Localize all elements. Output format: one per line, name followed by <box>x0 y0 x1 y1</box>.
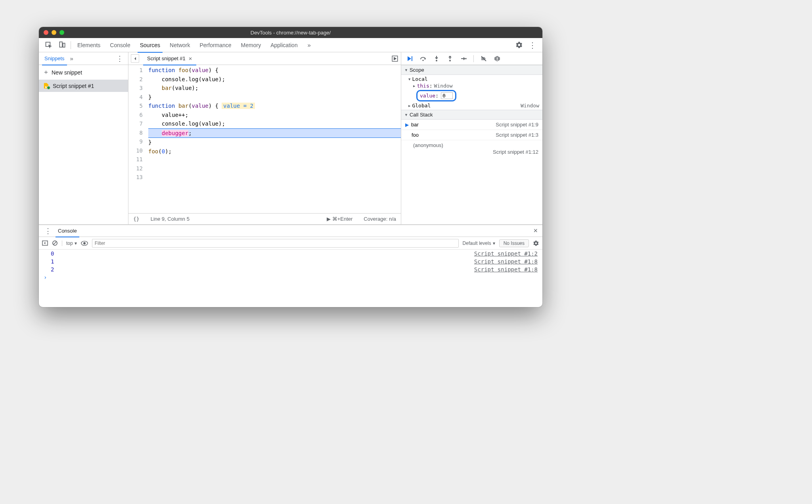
context-selector[interactable]: top▾ <box>62 241 77 246</box>
svg-rect-10 <box>497 60 498 61</box>
line-gutter: 12345678910111213 <box>128 65 146 213</box>
editor-nav-back-icon[interactable] <box>131 54 139 63</box>
log-row: 1Script snippet #1:8 <box>39 258 542 265</box>
call-stack-anon-loc: Script snippet #1:12 <box>401 149 542 157</box>
inspect-element-icon[interactable] <box>44 40 54 50</box>
step-over-icon[interactable] <box>419 55 427 62</box>
navigator-kebab-icon[interactable]: ⋮ <box>114 54 126 63</box>
editor-statusbar: {} Line 9, Column 5 ▶ ⌘+Enter Coverage: … <box>128 213 401 224</box>
new-snippet-button[interactable]: ＋ New snippet <box>39 65 128 80</box>
svg-rect-1 <box>59 42 62 47</box>
scope-section-header[interactable]: ▼ Scope <box>401 65 542 75</box>
navigator-more-icon[interactable]: » <box>70 55 73 62</box>
scope-value-edit[interactable]: value: <box>416 90 456 101</box>
svg-rect-2 <box>63 43 65 47</box>
editor-panel: Script snippet #1 × 12345678910111213 fu… <box>128 52 401 224</box>
drawer-kebab-icon[interactable]: ⋮ <box>42 227 54 235</box>
svg-rect-9 <box>497 57 498 59</box>
step-into-icon[interactable] <box>433 55 440 62</box>
scope-local-header[interactable]: ▼Local <box>401 76 542 82</box>
log-level-selector[interactable]: Default levels▾ <box>463 241 495 246</box>
close-file-icon[interactable]: × <box>189 52 192 65</box>
call-stack-frame-anon[interactable]: (anonymous) <box>401 140 542 149</box>
deactivate-breakpoints-icon[interactable] <box>480 55 487 62</box>
svg-point-8 <box>465 58 467 59</box>
svg-point-7 <box>449 60 451 61</box>
console-settings-icon[interactable] <box>533 240 539 246</box>
tab-console[interactable]: Console <box>105 38 135 52</box>
svg-point-14 <box>83 242 86 244</box>
pretty-print-icon[interactable]: {} <box>133 216 140 222</box>
console-filter-input[interactable] <box>92 239 459 248</box>
console-prompt[interactable]: › <box>39 273 542 281</box>
cursor-position: Line 9, Column 5 <box>151 216 190 222</box>
traffic-lights <box>44 30 64 35</box>
inline-value-hint: value = 2 <box>222 103 255 109</box>
live-expression-icon[interactable] <box>81 241 88 246</box>
triangle-right-icon: ▶ <box>413 84 415 88</box>
main-tabs: Elements Console Sources Network Perform… <box>39 38 542 52</box>
run-snippet-icon[interactable] <box>391 55 398 62</box>
titlebar: DevTools - chrome://new-tab-page/ <box>39 27 542 38</box>
chevron-down-icon: ▾ <box>75 241 77 246</box>
maximize-window-icon[interactable] <box>59 30 64 35</box>
log-row: 2Script snippet #1:8 <box>39 265 542 273</box>
navigator-panel: Snippets » ⋮ ＋ New snippet Script snippe… <box>39 52 128 224</box>
tab-elements[interactable]: Elements <box>73 38 105 52</box>
snippet-item[interactable]: Script snippet #1 <box>39 80 128 92</box>
close-window-icon[interactable] <box>44 30 48 35</box>
tab-network[interactable]: Network <box>165 38 195 52</box>
scope-this-row[interactable]: ▶this: Window <box>401 82 542 89</box>
call-stack-frame[interactable]: ▶ bar Script snippet #1:9 <box>401 120 542 130</box>
svg-rect-4 <box>412 56 412 61</box>
triangle-down-icon: ▼ <box>408 77 410 81</box>
plus-icon: ＋ <box>43 68 49 76</box>
triangle-down-icon: ▼ <box>404 113 408 117</box>
chevron-right-icon: › <box>44 274 47 281</box>
console-toolbar: top▾ Default levels▾ No Issues <box>39 237 542 250</box>
window-title: DevTools - chrome://new-tab-page/ <box>39 30 542 36</box>
current-frame-icon: ▶ <box>405 122 409 128</box>
drawer-tab-console[interactable]: Console <box>54 225 81 237</box>
chevron-down-icon: ▾ <box>493 241 495 246</box>
log-source-link[interactable]: Script snippet #1:8 <box>474 266 538 273</box>
console-drawer: ⋮ Console × top▾ Default levels▾ No Issu… <box>39 225 542 307</box>
clear-console-icon[interactable] <box>52 240 58 246</box>
snippet-item-label: Script snippet #1 <box>53 83 94 89</box>
debugger-toolbar <box>401 52 542 65</box>
file-tab[interactable]: Script snippet #1 × <box>143 52 196 65</box>
kebab-menu-icon[interactable]: ⋮ <box>527 40 538 50</box>
run-hint: ▶ ⌘+Enter <box>327 216 352 222</box>
svg-point-6 <box>436 60 437 61</box>
scope-global-row[interactable]: ▶GlobalWindow <box>401 102 542 109</box>
callstack-section-header[interactable]: ▼ Call Stack <box>401 110 542 120</box>
code-editor[interactable]: 12345678910111213 function foo(value) { … <box>128 65 401 213</box>
snippet-file-icon <box>43 82 50 89</box>
resume-icon[interactable] <box>406 55 413 62</box>
device-toolbar-icon[interactable] <box>57 40 67 50</box>
debugger-panel: ▼ Scope ▼Local ▶this: Window value: ▶Glo… <box>401 52 542 224</box>
step-out-icon[interactable] <box>446 55 454 62</box>
tab-memory[interactable]: Memory <box>236 38 266 52</box>
log-row: 0Script snippet #1:2 <box>39 250 542 258</box>
tab-sources[interactable]: Sources <box>135 38 165 52</box>
triangle-right-icon: ▶ <box>408 104 410 108</box>
more-tabs-icon[interactable]: » <box>304 40 314 50</box>
issues-button[interactable]: No Issues <box>499 239 529 247</box>
tab-performance[interactable]: Performance <box>195 38 236 52</box>
file-tab-label: Script snippet #1 <box>147 52 186 65</box>
console-log: 0Script snippet #1:2 1Script snippet #1:… <box>39 250 542 307</box>
log-source-link[interactable]: Script snippet #1:8 <box>474 258 538 265</box>
settings-icon[interactable] <box>514 40 524 50</box>
pause-on-exceptions-icon[interactable] <box>494 55 501 62</box>
console-sidebar-toggle-icon[interactable] <box>42 240 48 246</box>
new-snippet-label: New snippet <box>52 69 82 76</box>
snippets-tab[interactable]: Snippets <box>41 52 68 65</box>
tab-application[interactable]: Application <box>266 38 303 52</box>
drawer-close-icon[interactable]: × <box>532 227 539 235</box>
minimize-window-icon[interactable] <box>52 30 56 35</box>
value-input[interactable] <box>441 92 453 99</box>
call-stack-frame[interactable]: foo Script snippet #1:3 <box>401 130 542 140</box>
step-icon[interactable] <box>460 55 467 62</box>
log-source-link[interactable]: Script snippet #1:2 <box>474 250 538 257</box>
